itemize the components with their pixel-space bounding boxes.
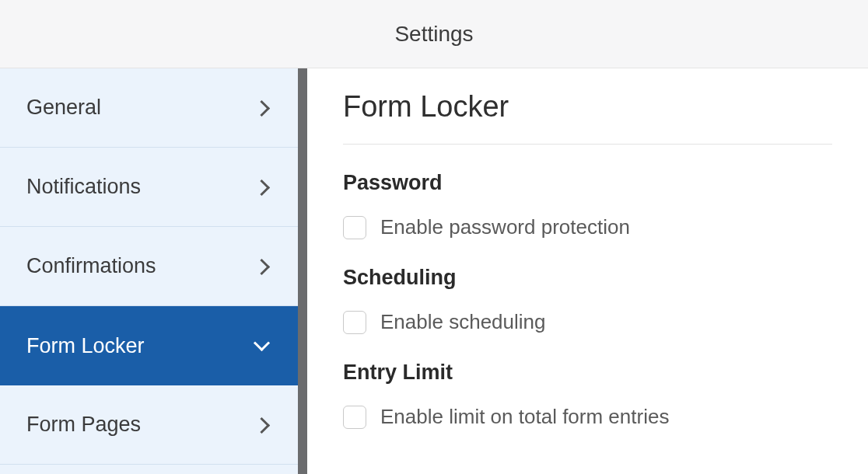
chevron-down-icon — [256, 340, 268, 352]
sidebar-item-confirmations[interactable]: Confirmations — [0, 227, 298, 306]
section-heading: Entry Limit — [343, 361, 832, 385]
checkbox-label: Enable limit on total form entries — [380, 405, 669, 429]
sidebar: General Notifications Confirmations Form… — [0, 68, 307, 474]
checkbox-row-password[interactable]: Enable password protection — [343, 215, 832, 239]
sidebar-item-label: Confirmations — [26, 254, 156, 278]
checkbox-label: Enable scheduling — [380, 310, 546, 334]
checkbox-icon[interactable] — [343, 311, 366, 334]
sidebar-item-label: Form Locker — [26, 334, 145, 358]
chevron-right-icon — [256, 181, 268, 193]
checkbox-label: Enable password protection — [380, 215, 630, 239]
sidebar-item-label: Notifications — [26, 175, 141, 199]
sidebar-item-form-locker[interactable]: Form Locker — [0, 306, 298, 385]
sidebar-item-form-pages[interactable]: Form Pages — [0, 385, 298, 465]
chevron-right-icon — [256, 419, 268, 431]
sidebar-item-notifications[interactable]: Notifications — [0, 148, 298, 227]
page-title: Form Locker — [343, 90, 832, 145]
body: General Notifications Confirmations Form… — [0, 68, 868, 474]
section-password: Password Enable password protection — [343, 171, 832, 239]
section-scheduling: Scheduling Enable scheduling — [343, 266, 832, 334]
sidebar-item-label: General — [26, 96, 101, 120]
chevron-right-icon — [256, 102, 268, 114]
checkbox-icon[interactable] — [343, 406, 366, 429]
main-panel: Form Locker Password Enable password pro… — [307, 68, 868, 474]
sidebar-item-general[interactable]: General — [0, 68, 298, 148]
checkbox-row-entry-limit[interactable]: Enable limit on total form entries — [343, 405, 832, 429]
checkbox-row-scheduling[interactable]: Enable scheduling — [343, 310, 832, 334]
header-title: Settings — [394, 22, 473, 47]
sidebar-item-label: Form Pages — [26, 413, 141, 437]
checkbox-icon[interactable] — [343, 216, 366, 239]
section-heading: Scheduling — [343, 266, 832, 290]
section-heading: Password — [343, 171, 832, 195]
header-bar: Settings — [0, 0, 868, 68]
section-entry-limit: Entry Limit Enable limit on total form e… — [343, 361, 832, 429]
chevron-right-icon — [256, 260, 268, 273]
